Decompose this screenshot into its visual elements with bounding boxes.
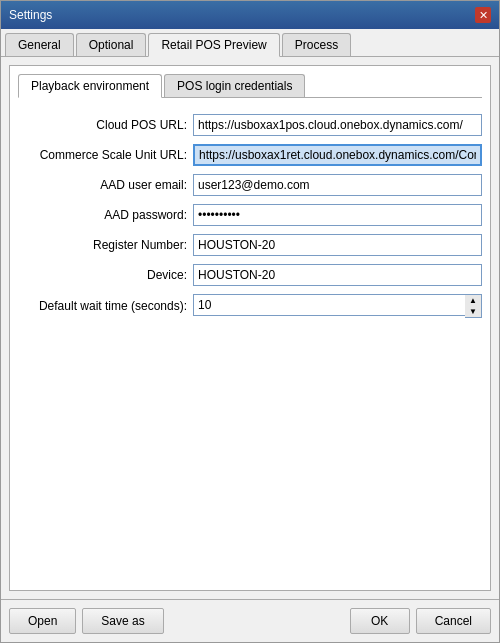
close-button[interactable]: ✕ bbox=[475, 7, 491, 23]
main-tabs: General Optional Retail POS Preview Proc… bbox=[1, 29, 499, 57]
device-row: Device: bbox=[18, 264, 482, 286]
form-area: Cloud POS URL: Commerce Scale Unit URL: … bbox=[18, 110, 482, 582]
default-wait-time-input[interactable] bbox=[193, 294, 465, 316]
cloud-pos-url-input[interactable] bbox=[193, 114, 482, 136]
tab-general[interactable]: General bbox=[5, 33, 74, 56]
tab-retail-pos-preview[interactable]: Retail POS Preview bbox=[148, 33, 279, 57]
spinner-up-button[interactable]: ▲ bbox=[465, 295, 481, 306]
tab-process[interactable]: Process bbox=[282, 33, 351, 56]
default-wait-time-label: Default wait time (seconds): bbox=[18, 299, 193, 313]
content-area: Playback environment POS login credentia… bbox=[1, 57, 499, 599]
aad-user-email-input[interactable] bbox=[193, 174, 482, 196]
spinner-wrapper: ▲ ▼ bbox=[193, 294, 482, 318]
device-input[interactable] bbox=[193, 264, 482, 286]
open-button[interactable]: Open bbox=[9, 608, 76, 634]
save-as-button[interactable]: Save as bbox=[82, 608, 163, 634]
aad-password-row: AAD password: bbox=[18, 204, 482, 226]
aad-user-email-row: AAD user email: bbox=[18, 174, 482, 196]
aad-password-input[interactable] bbox=[193, 204, 482, 226]
device-label: Device: bbox=[18, 268, 193, 282]
default-wait-time-row: Default wait time (seconds): ▲ ▼ bbox=[18, 294, 482, 318]
inner-panel: Playback environment POS login credentia… bbox=[9, 65, 491, 591]
aad-user-email-label: AAD user email: bbox=[18, 178, 193, 192]
spinner-down-button[interactable]: ▼ bbox=[465, 306, 481, 317]
ok-button[interactable]: OK bbox=[350, 608, 410, 634]
inner-tabs: Playback environment POS login credentia… bbox=[18, 74, 482, 98]
register-number-input[interactable] bbox=[193, 234, 482, 256]
register-number-label: Register Number: bbox=[18, 238, 193, 252]
window-title: Settings bbox=[9, 8, 52, 22]
commerce-scale-unit-url-input[interactable] bbox=[193, 144, 482, 166]
cloud-pos-url-row: Cloud POS URL: bbox=[18, 114, 482, 136]
tab-pos-login-credentials[interactable]: POS login credentials bbox=[164, 74, 305, 97]
commerce-scale-unit-url-row: Commerce Scale Unit URL: bbox=[18, 144, 482, 166]
tab-playback-environment[interactable]: Playback environment bbox=[18, 74, 162, 98]
cancel-button[interactable]: Cancel bbox=[416, 608, 491, 634]
cloud-pos-url-label: Cloud POS URL: bbox=[18, 118, 193, 132]
aad-password-label: AAD password: bbox=[18, 208, 193, 222]
register-number-row: Register Number: bbox=[18, 234, 482, 256]
spinner-buttons: ▲ ▼ bbox=[465, 294, 482, 318]
title-bar: Settings ✕ bbox=[1, 1, 499, 29]
footer-right: OK Cancel bbox=[350, 608, 491, 634]
tab-optional[interactable]: Optional bbox=[76, 33, 147, 56]
settings-window: Settings ✕ General Optional Retail POS P… bbox=[0, 0, 500, 643]
commerce-scale-unit-url-label: Commerce Scale Unit URL: bbox=[18, 148, 193, 162]
footer-left: Open Save as bbox=[9, 608, 164, 634]
footer: Open Save as OK Cancel bbox=[1, 599, 499, 642]
